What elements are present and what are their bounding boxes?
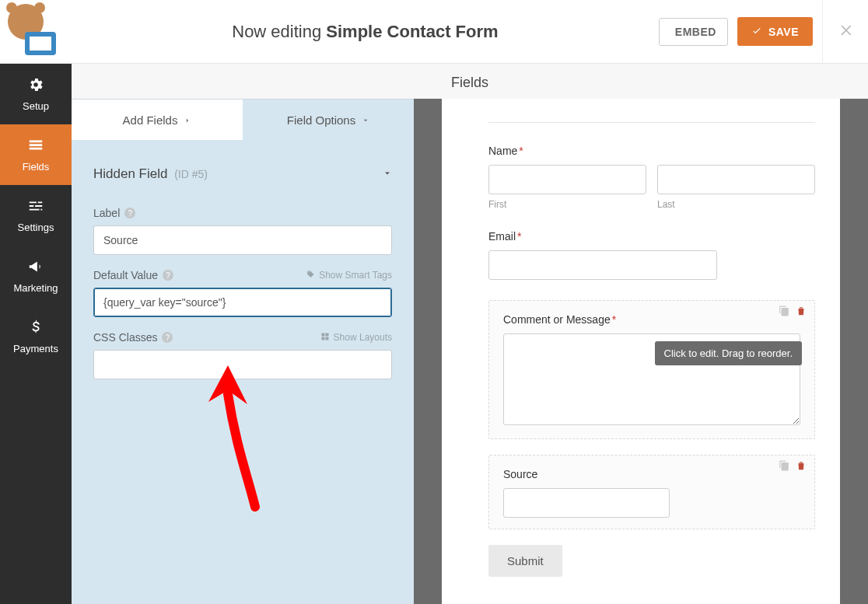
css-classes-row: CSS Classes ? Show Layouts: [93, 331, 392, 344]
form-icon: [27, 137, 44, 156]
panel-title: Fields: [72, 64, 868, 99]
css-classes-caption: CSS Classes: [93, 331, 157, 344]
comment-label: Comment or Message: [503, 313, 611, 326]
default-value-input[interactable]: [93, 288, 392, 317]
wpforms-logo-icon: [12, 9, 59, 55]
sidebar-label: Setup: [23, 100, 49, 112]
preview-source-field[interactable]: Source: [488, 455, 815, 529]
delete-icon[interactable]: [796, 460, 807, 473]
embed-label: EMBED: [675, 26, 716, 38]
save-button[interactable]: SAVE: [737, 17, 813, 46]
work-area: Fields Add Fields Field Options: [72, 64, 868, 604]
preview-name-field[interactable]: Name* First Last: [488, 145, 815, 210]
bullhorn-icon: [27, 258, 44, 278]
close-icon: [839, 28, 855, 40]
editing-prefix: Now editing: [232, 22, 326, 41]
preview-rule: [488, 122, 815, 123]
last-sublabel: Last: [657, 199, 815, 210]
email-label: Email: [488, 230, 516, 243]
help-icon[interactable]: ?: [162, 332, 173, 343]
form-name: Simple Contact Form: [326, 22, 498, 41]
tab-field-options[interactable]: Field Options: [243, 100, 414, 140]
options-tabs: Add Fields Field Options: [72, 100, 414, 140]
sidebar-item-fields[interactable]: Fields: [0, 124, 72, 185]
edit-drag-tooltip: Click to edit. Drag to reorder.: [655, 341, 802, 365]
check-icon: [751, 25, 762, 38]
label-caption-row: Label ?: [93, 207, 392, 219]
required-asterisk: *: [612, 313, 616, 326]
last-name-input[interactable]: [657, 165, 815, 194]
delete-icon[interactable]: [796, 305, 807, 319]
show-smart-tags[interactable]: Show Smart Tags: [306, 270, 392, 281]
sidebar-label: Settings: [18, 222, 54, 233]
name-label: Name: [488, 145, 517, 157]
help-icon[interactable]: ?: [124, 208, 135, 218]
duplicate-icon[interactable]: [779, 305, 789, 319]
preview-email-field[interactable]: Email*: [488, 230, 815, 280]
sidebar-item-payments[interactable]: Payments: [0, 306, 72, 367]
logo: [0, 0, 72, 64]
dollar-icon: [27, 319, 44, 338]
sidebar-item-marketing[interactable]: Marketing: [0, 246, 72, 306]
smart-tags-label: Show Smart Tags: [319, 270, 392, 281]
sidebar-item-setup[interactable]: Setup: [0, 64, 72, 124]
duplicate-icon[interactable]: [779, 460, 789, 473]
submit-button[interactable]: Submit: [488, 545, 562, 577]
divider: [822, 0, 823, 64]
form-preview: Name* First Last: [442, 99, 840, 604]
sidebar-item-settings[interactable]: Settings: [0, 185, 72, 246]
close-button[interactable]: [832, 23, 862, 40]
default-value-row: Default Value ? Show Smart Tags: [93, 269, 392, 281]
label-input[interactable]: [93, 225, 392, 255]
field-options-panel: Hidden Field (ID #5) Label ?: [72, 140, 414, 395]
help-icon[interactable]: ?: [163, 270, 173, 281]
grid-icon: [320, 332, 330, 344]
field-title: Hidden Field: [93, 166, 167, 181]
field-id: (ID #5): [174, 168, 208, 180]
required-asterisk: *: [517, 230, 521, 243]
show-layouts[interactable]: Show Layouts: [320, 332, 392, 344]
chevron-down-icon: [362, 113, 369, 127]
first-name-input[interactable]: [488, 165, 646, 194]
sliders-icon: [27, 197, 44, 217]
field-header[interactable]: Hidden Field (ID #5): [93, 155, 392, 193]
source-input[interactable]: [503, 488, 670, 518]
main: Setup Fields Settings Marketing Payments: [0, 64, 868, 604]
tab-add-fields[interactable]: Add Fields: [72, 100, 243, 140]
right-edge: [840, 99, 868, 604]
css-classes-input[interactable]: [93, 350, 392, 379]
field-options-column: Add Fields Field Options: [72, 99, 414, 604]
editing-title: Now editing Simple Contact Form: [72, 22, 659, 42]
sidebar-label: Fields: [23, 161, 50, 173]
tab-label: Field Options: [287, 113, 355, 127]
label-caption: Label: [93, 207, 120, 219]
column-divider: [414, 99, 442, 604]
source-label: Source: [503, 468, 537, 480]
gear-icon: [27, 76, 44, 96]
first-sublabel: First: [488, 199, 646, 210]
builder-header: Now editing Simple Contact Form EMBED SA…: [0, 0, 868, 64]
tab-label: Add Fields: [123, 113, 178, 127]
submit-label: Submit: [507, 554, 544, 567]
header-actions: EMBED SAVE: [659, 0, 868, 64]
chevron-down-icon: [383, 166, 392, 182]
sidebar-label: Marketing: [13, 282, 58, 294]
required-asterisk: *: [519, 145, 523, 157]
sidebar: Setup Fields Settings Marketing Payments: [0, 64, 72, 604]
show-layouts-label: Show Layouts: [334, 332, 392, 343]
chevron-right-icon: [184, 113, 191, 127]
save-label: SAVE: [768, 26, 799, 38]
columns: Add Fields Field Options: [72, 99, 868, 604]
email-input[interactable]: [488, 250, 717, 280]
tag-icon: [306, 270, 315, 281]
default-value-caption: Default Value: [93, 269, 158, 281]
embed-button[interactable]: EMBED: [659, 18, 728, 46]
preview-comment-field[interactable]: Comment or Message* Click to edit. Drag …: [488, 300, 815, 439]
sidebar-label: Payments: [13, 343, 58, 354]
